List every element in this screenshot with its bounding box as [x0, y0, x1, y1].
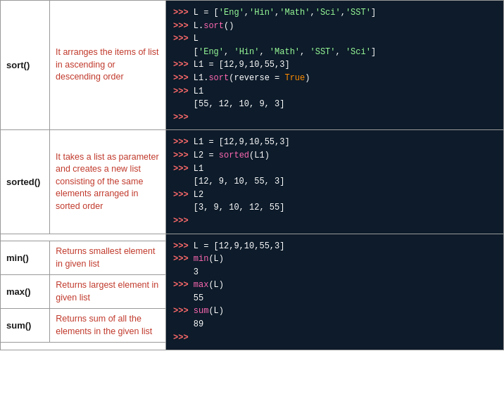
func-sort: sort() — [1, 1, 50, 130]
desc-sum: Returns sum of all the elements in the g… — [50, 309, 165, 343]
desc-sort: It arranges the items of list in ascendi… — [50, 1, 166, 130]
code-min-max-sum: >>> L = [12,9,10,55,3] >>> min(L) 3 >>> … — [166, 234, 504, 350]
func-sorted: sorted() — [1, 130, 50, 234]
code-block-sorted: >>> L1 = [12,9,10,55,3] >>> L2 = sorted(… — [166, 130, 503, 233]
func-sum: sum() — [1, 309, 50, 343]
desc-sorted: It takes a list as parameter and creates… — [50, 130, 166, 234]
func-max: max() — [1, 275, 50, 309]
code-block-min-max-sum: >>> L = [12,9,10,55,3] >>> min(L) 3 >>> … — [166, 234, 503, 350]
func-min: min() — [1, 241, 50, 275]
desc-max: Returns largest element in given list — [50, 275, 165, 309]
code-block-sort: >>> L = ['Eng','Hin','Math','Sci','SST']… — [166, 1, 503, 129]
code-sort: >>> L = ['Eng','Hin','Math','Sci','SST']… — [166, 1, 504, 130]
desc-min: Returns smallest element in given list — [50, 241, 165, 275]
code-sorted: >>> L1 = [12,9,10,55,3] >>> L2 = sorted(… — [166, 130, 504, 234]
